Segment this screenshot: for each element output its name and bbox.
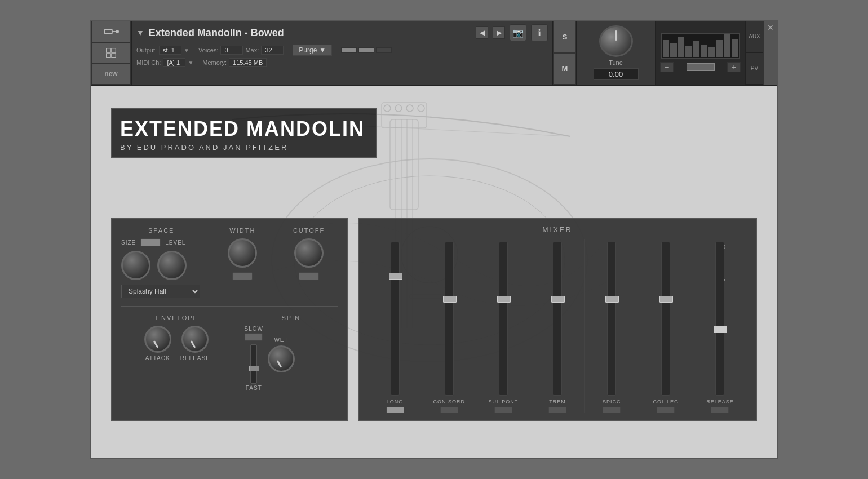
attack-label: ATTACK [145,355,170,361]
cutoff-knob[interactable] [294,238,324,268]
purge-button[interactable]: Purge ▼ [293,45,332,56]
midi-group: MIDI Ch: [A] 1 ▼ [136,58,193,67]
spin-toggle[interactable] [245,333,263,341]
release-toggle[interactable] [711,407,729,413]
sulpont-toggle[interactable] [494,407,512,413]
long-handle[interactable] [389,273,402,280]
size-knob[interactable] [121,251,150,280]
svg-rect-4 [112,48,116,52]
eq-plus-button[interactable]: + [727,62,741,72]
channel-colleg: COL LEG [639,239,693,413]
envelope-knobs: ATTACK RELEASE [121,326,233,361]
spicc-handle[interactable] [605,296,619,303]
spin-section: SPIN SLOW FAST [245,314,338,391]
release-label: RELEASE [706,399,734,405]
colleg-handle[interactable] [659,296,673,303]
sulpont-handle[interactable] [497,296,511,303]
spin-title: SPIN [245,314,338,321]
release-group: RELEASE [180,326,210,361]
info-button[interactable]: ℹ [531,24,548,41]
long-fader[interactable] [391,242,400,396]
trem-toggle[interactable] [548,407,566,413]
consord-label: CON SORD [433,399,465,405]
size-knob-group [121,251,150,280]
svg-point-12 [395,105,402,112]
long-toggle[interactable] [386,407,404,413]
title-overlay: EXTENDED MANDOLIN BY EDU PRADO AND JAN P… [111,108,377,158]
solo-button[interactable]: S [553,21,576,53]
eq-bar-8 [716,40,723,57]
cutoff-toggle[interactable] [299,272,319,280]
output-group: Output: st. 1 ▼ [136,46,189,55]
mute-button[interactable]: M [553,53,576,85]
consord-handle[interactable] [443,296,457,303]
voices-label: Voices: [198,47,218,54]
cutoff-section: CUTOFF [276,227,338,298]
level-knob-group [157,251,187,280]
size-toggle[interactable] [140,238,161,246]
next-instrument-button[interactable]: ▶ [493,26,505,39]
eq-bar-4 [685,46,692,57]
spicc-toggle[interactable] [603,407,621,413]
voices-value: 0 [220,46,243,55]
consord-fader[interactable] [445,242,454,396]
release-knob[interactable] [181,326,209,353]
new-button[interactable]: new [91,63,131,85]
slider-thumb [249,366,259,371]
release-fader[interactable] [715,242,724,396]
dropdown-arrow-icon[interactable]: ▼ [136,28,144,37]
grid-button[interactable] [91,42,131,64]
aux-button[interactable]: AUX [746,21,763,53]
left-buttons: new [91,21,132,85]
eq-display [661,33,740,59]
wrench-button[interactable] [91,21,131,42]
svg-rect-6 [112,53,116,57]
level-knob[interactable] [157,251,187,280]
fast-label: FAST [246,385,262,391]
mixer-panel: MIXER 0 -12 L [358,218,757,421]
colleg-toggle[interactable] [657,407,675,413]
width-knob[interactable] [228,238,257,268]
eq-slider[interactable] [687,63,715,71]
tune-knob[interactable] [599,25,633,57]
cutoff-knob-group [280,238,338,268]
close-button[interactable]: ✕ [763,21,777,85]
meter-bar-3 [376,47,392,53]
top-bar: new ▼ Extended Mandolin - Bowed ◀ ▶ 📷 ℹ … [91,21,777,86]
output-dropdown-icon[interactable]: ▼ [184,47,189,54]
memory-label: Memory: [202,59,227,66]
svg-rect-9 [390,119,418,210]
size-label: SIZE [121,239,136,246]
max-value: 32 [261,46,284,55]
colleg-fader[interactable] [661,242,670,396]
attack-group: ATTACK [144,326,171,361]
eq-minus-button[interactable]: − [660,62,674,72]
tune-area: Tune 0.00 [576,21,655,85]
width-toggle[interactable] [232,272,253,280]
midi-dropdown-icon[interactable]: ▼ [188,60,193,66]
voices-group: Voices: 0 Max: 32 [198,46,284,55]
attack-knob[interactable] [144,326,171,353]
spicc-fader[interactable] [607,242,616,396]
trem-handle[interactable] [551,296,565,303]
pv-button[interactable]: PV [746,53,763,85]
title-main: EXTENDED MANDOLIN [120,117,365,141]
sulpont-fader[interactable] [499,242,508,396]
release-label: RELEASE [180,355,210,361]
consord-toggle[interactable] [440,407,458,413]
prev-instrument-button[interactable]: ◀ [476,26,488,39]
camera-button[interactable]: 📷 [510,24,526,41]
mixer-content: 0 -12 LONG [368,239,747,413]
eq-bar-6 [701,45,707,57]
space-title: SPACE [121,227,201,234]
wet-knob[interactable] [268,345,295,372]
reverb-select[interactable]: Splashy Hall Small Room Large Hall [121,285,200,298]
svg-point-11 [384,105,391,112]
tune-value: 0.00 [594,68,639,80]
midi-label: MIDI Ch: [136,59,161,66]
sulpont-label: SUL PONT [489,399,519,405]
trem-fader[interactable] [553,242,562,396]
slow-fast-slider[interactable] [250,344,257,384]
release-handle[interactable] [714,326,727,333]
svg-point-14 [418,105,424,112]
